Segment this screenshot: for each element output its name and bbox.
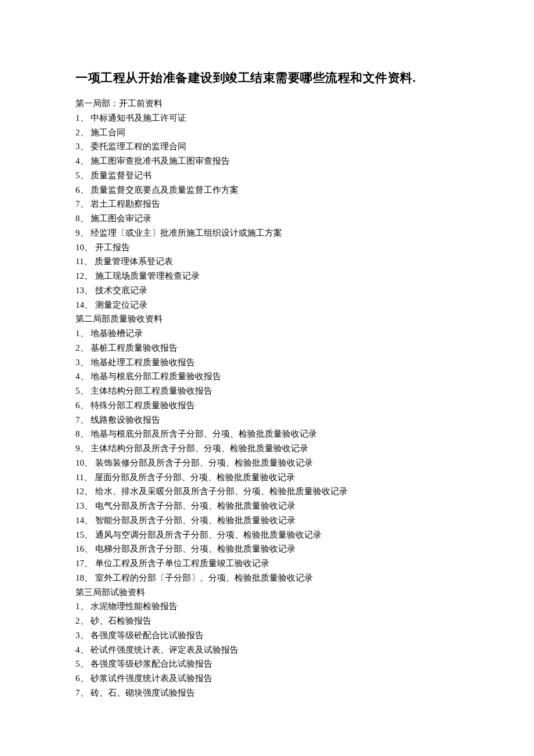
item-separator: 、 xyxy=(84,300,95,309)
list-item: 1、 水泥物理性能检验报告 xyxy=(75,599,459,614)
list-item: 13、 电气分部及所含子分部、分项、检验批质量验收记录 xyxy=(75,499,459,513)
item-number: 12 xyxy=(75,271,84,280)
list-item: 9、 经监理〔或业主〕批准所施工组织设计或施工方案 xyxy=(75,226,459,240)
list-item: 7、 岩土工程勘察报告 xyxy=(75,197,459,211)
list-item: 14、 智能分部及所含子分部、分项、检验批质量验收记录 xyxy=(75,513,459,528)
item-separator: 、 xyxy=(80,429,91,438)
item-number: 18 xyxy=(75,573,84,582)
item-text: 地基与根底分部工程质量验收报告 xyxy=(91,372,221,381)
item-separator: 、 xyxy=(84,473,95,482)
item-separator: 、 xyxy=(80,171,91,180)
list-item: 6、 质量监督交底要点及质量监督工作方案 xyxy=(75,183,459,197)
list-item: 3、 委托监理工程的监理合同 xyxy=(75,139,459,154)
item-number: 2 xyxy=(75,616,80,625)
list-item: 11、 质量管理体系登记表 xyxy=(75,254,459,269)
item-separator: 、 xyxy=(80,616,91,625)
item-separator: 、 xyxy=(80,602,91,611)
item-separator: 、 xyxy=(84,573,95,582)
item-number: 3 xyxy=(75,631,80,640)
list-item: 5、 主体结构分部工程质量验收报告 xyxy=(75,384,459,398)
list-item: 12、 给水、排水及采暖分部及所含子分部、分项、检验批质量验收记录 xyxy=(75,484,459,499)
item-number: 4 xyxy=(75,645,80,654)
item-separator: 、 xyxy=(80,444,91,453)
item-number: 5 xyxy=(75,659,80,668)
item-separator: 、 xyxy=(80,185,91,195)
list-item: 7、 砖、石、砌块强度试验报告 xyxy=(75,686,459,700)
item-number: 9 xyxy=(75,228,80,237)
item-number: 3 xyxy=(75,358,80,367)
document-content: 第一局部：开工前资料1、 中标通知书及施工许可证2、 施工合同3、 委托监理工程… xyxy=(75,96,459,700)
item-text: 测量定位记录 xyxy=(95,300,147,309)
item-number: 3 xyxy=(75,142,80,151)
item-text: 主体结构分部及所含子分部、分项、检验批质量验收记录 xyxy=(91,444,308,453)
item-separator: 、 xyxy=(84,516,95,525)
list-item: 2、 基桩工程质量验收报告 xyxy=(75,341,459,355)
list-item: 15、 通风与空调分部及所含子分部、分项、检验批质量验收记录 xyxy=(75,528,459,542)
item-text: 岩土工程勘察报告 xyxy=(91,199,160,208)
list-item: 7、 线路敷设验收报告 xyxy=(75,413,459,427)
item-number: 14 xyxy=(75,300,84,309)
item-number: 11 xyxy=(75,257,84,266)
item-text: 装饰装修分部及所含子分部、分项、检验批质量验收记录 xyxy=(95,458,313,467)
item-separator: 、 xyxy=(84,257,95,266)
item-text: 中标通知书及施工许可证 xyxy=(91,113,186,123)
item-number: 13 xyxy=(75,286,84,295)
item-number: 11 xyxy=(75,473,84,482)
list-item: 1、 地基验槽记录 xyxy=(75,326,459,341)
item-separator: 、 xyxy=(84,271,95,280)
item-separator: 、 xyxy=(84,501,95,510)
item-number: 5 xyxy=(75,386,80,395)
item-number: 17 xyxy=(75,559,84,568)
item-number: 14 xyxy=(75,516,84,525)
item-separator: 、 xyxy=(80,228,91,237)
item-text: 砼试件强度统计表、评定表及试验报告 xyxy=(91,645,239,654)
item-text: 基桩工程质量验收报告 xyxy=(91,343,178,352)
item-number: 1 xyxy=(75,602,80,611)
list-item: 10、 开工报告 xyxy=(75,240,459,255)
item-text: 各强度等级砂浆配合比试验报告 xyxy=(91,659,212,668)
item-text: 质量管理体系登记表 xyxy=(95,257,173,266)
item-separator: 、 xyxy=(80,674,91,683)
list-item: 18、 室外工程的分部〔子分部〕、分项、检验批质量验收记录 xyxy=(75,571,459,585)
item-number: 1 xyxy=(75,329,80,338)
list-item: 11、 屋面分部及所含子分部、分项、检验批质量验收记录 xyxy=(75,470,459,485)
item-text: 电气分部及所含子分部、分项、检验批质量验收记录 xyxy=(95,501,295,510)
item-separator: 、 xyxy=(80,156,91,165)
item-number: 8 xyxy=(75,214,80,223)
list-item: 16、 电梯分部及所含子分部、分项、检验批质量验收记录 xyxy=(75,542,459,556)
list-item: 13、 技术交底记录 xyxy=(75,283,459,298)
item-separator: 、 xyxy=(80,415,91,424)
item-text: 水泥物理性能检验报告 xyxy=(91,602,178,611)
item-separator: 、 xyxy=(80,113,91,123)
item-text: 特殊分部工程质量验收报告 xyxy=(91,401,195,410)
item-number: 10 xyxy=(75,458,84,467)
item-number: 9 xyxy=(75,444,80,453)
item-separator: 、 xyxy=(80,358,91,367)
list-item: 17、 单位工程及所含子单位工程质量竣工验收记录 xyxy=(75,556,459,571)
list-item: 8、 地基与根底分部及所含子分部、分项、检验批质量验收记录 xyxy=(75,427,459,441)
item-number: 13 xyxy=(75,501,84,510)
item-text: 施工图审查批准书及施工图审查报告 xyxy=(91,156,230,165)
item-text: 通风与空调分部及所含子分部、分项、检验批质量验收记录 xyxy=(95,530,322,539)
item-text: 智能分部及所含子分部、分项、检验批质量验收记录 xyxy=(95,516,295,525)
list-item: 5、 质量监督登记书 xyxy=(75,168,459,183)
item-number: 10 xyxy=(75,243,84,252)
list-item: 2、 施工合同 xyxy=(75,125,459,140)
section-header: 第三局部试验资料 xyxy=(75,585,459,600)
item-number: 7 xyxy=(75,199,80,208)
list-item: 4、 施工图审查批准书及施工图审查报告 xyxy=(75,154,459,168)
item-separator: 、 xyxy=(80,214,91,223)
list-item: 9、 主体结构分部及所含子分部、分项、检验批质量验收记录 xyxy=(75,441,459,456)
item-text: 质量监督交底要点及质量监督工作方案 xyxy=(91,185,239,195)
list-item: 8、 施工图会审记录 xyxy=(75,211,459,226)
item-text: 线路敷设验收报告 xyxy=(91,415,160,424)
item-separator: 、 xyxy=(84,286,95,295)
item-text: 质量监督登记书 xyxy=(91,171,151,180)
item-text: 单位工程及所含子单位工程质量竣工验收记录 xyxy=(95,559,269,568)
item-number: 7 xyxy=(75,415,80,424)
item-separator: 、 xyxy=(84,544,95,553)
item-separator: 、 xyxy=(80,128,91,137)
item-number: 6 xyxy=(75,401,80,410)
item-separator: 、 xyxy=(80,401,91,410)
item-text: 砂浆试件强度统计表及试验报告 xyxy=(91,674,212,683)
